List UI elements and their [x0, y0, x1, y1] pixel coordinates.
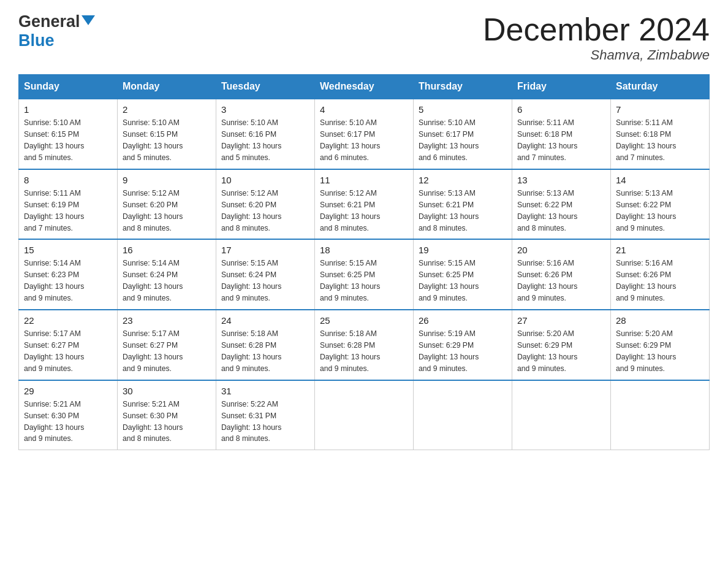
day-number: 25: [320, 315, 408, 326]
day-number: 3: [221, 104, 309, 115]
day-cell: 10 Sunrise: 5:12 AMSunset: 6:20 PMDaylig…: [216, 169, 315, 240]
day-cell: 26 Sunrise: 5:19 AMSunset: 6:29 PMDaylig…: [414, 310, 512, 380]
day-cell: [611, 380, 710, 450]
day-info: Sunrise: 5:18 AMSunset: 6:28 PMDaylight:…: [221, 329, 281, 373]
day-info: Sunrise: 5:18 AMSunset: 6:28 PMDaylight:…: [320, 329, 380, 373]
day-cell: [315, 380, 414, 450]
day-info: Sunrise: 5:17 AMSunset: 6:27 PMDaylight:…: [24, 329, 84, 373]
day-info: Sunrise: 5:21 AMSunset: 6:30 PMDaylight:…: [24, 400, 84, 443]
day-cell: 22 Sunrise: 5:17 AMSunset: 6:27 PMDaylig…: [19, 310, 118, 380]
day-info: Sunrise: 5:16 AMSunset: 6:26 PMDaylight:…: [517, 259, 577, 302]
day-number: 1: [24, 104, 112, 115]
day-number: 29: [24, 386, 112, 396]
header-cell-wednesday: Wednesday: [315, 75, 414, 99]
header-cell-friday: Friday: [512, 75, 611, 99]
calendar-table: SundayMondayTuesdayWednesdayThursdayFrid…: [18, 74, 710, 450]
day-number: 31: [221, 386, 309, 396]
day-info: Sunrise: 5:15 AMSunset: 6:25 PMDaylight:…: [419, 259, 479, 302]
day-cell: 2 Sunrise: 5:10 AMSunset: 6:15 PMDayligh…: [118, 99, 216, 169]
day-info: Sunrise: 5:10 AMSunset: 6:17 PMDaylight:…: [320, 118, 380, 162]
day-number: 17: [221, 245, 309, 255]
day-info: Sunrise: 5:21 AMSunset: 6:30 PMDaylight:…: [123, 400, 183, 443]
day-cell: 21 Sunrise: 5:16 AMSunset: 6:26 PMDaylig…: [611, 239, 710, 310]
day-info: Sunrise: 5:10 AMSunset: 6:15 PMDaylight:…: [24, 118, 84, 162]
day-cell: 12 Sunrise: 5:13 AMSunset: 6:21 PMDaylig…: [414, 169, 512, 240]
day-cell: 24 Sunrise: 5:18 AMSunset: 6:28 PMDaylig…: [216, 310, 315, 380]
day-info: Sunrise: 5:14 AMSunset: 6:23 PMDaylight:…: [24, 259, 84, 302]
week-row-4: 22 Sunrise: 5:17 AMSunset: 6:27 PMDaylig…: [19, 310, 710, 380]
day-number: 24: [221, 315, 309, 326]
day-cell: 27 Sunrise: 5:20 AMSunset: 6:29 PMDaylig…: [512, 310, 611, 380]
header-cell-sunday: Sunday: [19, 75, 118, 99]
day-cell: 20 Sunrise: 5:16 AMSunset: 6:26 PMDaylig…: [512, 239, 611, 310]
day-number: 21: [616, 245, 704, 255]
location-title: Shamva, Zimbabwe: [483, 47, 710, 63]
day-info: Sunrise: 5:13 AMSunset: 6:22 PMDaylight:…: [616, 189, 676, 232]
day-info: Sunrise: 5:15 AMSunset: 6:24 PMDaylight:…: [221, 259, 281, 302]
day-info: Sunrise: 5:12 AMSunset: 6:21 PMDaylight:…: [320, 189, 380, 232]
day-number: 18: [320, 245, 408, 255]
day-cell: 23 Sunrise: 5:17 AMSunset: 6:27 PMDaylig…: [118, 310, 216, 380]
header-row: SundayMondayTuesdayWednesdayThursdayFrid…: [19, 75, 710, 99]
day-cell: 25 Sunrise: 5:18 AMSunset: 6:28 PMDaylig…: [315, 310, 414, 380]
day-number: 10: [221, 175, 309, 185]
day-cell: 19 Sunrise: 5:15 AMSunset: 6:25 PMDaylig…: [414, 239, 512, 310]
day-number: 28: [616, 315, 704, 326]
day-info: Sunrise: 5:12 AMSunset: 6:20 PMDaylight:…: [123, 189, 183, 232]
day-number: 15: [24, 245, 112, 255]
day-cell: 31 Sunrise: 5:22 AMSunset: 6:31 PMDaylig…: [216, 380, 315, 450]
week-row-1: 1 Sunrise: 5:10 AMSunset: 6:15 PMDayligh…: [19, 99, 710, 169]
day-number: 5: [419, 104, 507, 115]
day-number: 11: [320, 175, 408, 185]
header-cell-saturday: Saturday: [611, 75, 710, 99]
day-cell: 3 Sunrise: 5:10 AMSunset: 6:16 PMDayligh…: [216, 99, 315, 169]
week-row-2: 8 Sunrise: 5:11 AMSunset: 6:19 PMDayligh…: [19, 169, 710, 240]
week-row-3: 15 Sunrise: 5:14 AMSunset: 6:23 PMDaylig…: [19, 239, 710, 310]
day-info: Sunrise: 5:19 AMSunset: 6:29 PMDaylight:…: [419, 329, 479, 373]
week-row-5: 29 Sunrise: 5:21 AMSunset: 6:30 PMDaylig…: [19, 380, 710, 450]
day-info: Sunrise: 5:22 AMSunset: 6:31 PMDaylight:…: [221, 400, 281, 443]
day-cell: 18 Sunrise: 5:15 AMSunset: 6:25 PMDaylig…: [315, 239, 414, 310]
header-cell-thursday: Thursday: [414, 75, 512, 99]
logo-triangle-icon: [82, 15, 95, 28]
day-number: 14: [616, 175, 704, 185]
day-cell: 15 Sunrise: 5:14 AMSunset: 6:23 PMDaylig…: [19, 239, 118, 310]
day-number: 30: [123, 386, 211, 396]
day-info: Sunrise: 5:10 AMSunset: 6:15 PMDaylight:…: [123, 118, 183, 162]
logo-blue-text: Blue: [18, 31, 55, 50]
day-cell: 14 Sunrise: 5:13 AMSunset: 6:22 PMDaylig…: [611, 169, 710, 240]
day-info: Sunrise: 5:13 AMSunset: 6:22 PMDaylight:…: [517, 189, 577, 232]
day-cell: 5 Sunrise: 5:10 AMSunset: 6:17 PMDayligh…: [414, 99, 512, 169]
day-cell: 8 Sunrise: 5:11 AMSunset: 6:19 PMDayligh…: [19, 169, 118, 240]
calendar-header: SundayMondayTuesdayWednesdayThursdayFrid…: [19, 75, 710, 99]
day-info: Sunrise: 5:11 AMSunset: 6:19 PMDaylight:…: [24, 189, 84, 232]
day-cell: 4 Sunrise: 5:10 AMSunset: 6:17 PMDayligh…: [315, 99, 414, 169]
day-number: 19: [419, 245, 507, 255]
calendar-body: 1 Sunrise: 5:10 AMSunset: 6:15 PMDayligh…: [19, 99, 710, 450]
header-cell-monday: Monday: [118, 75, 216, 99]
day-cell: [414, 380, 512, 450]
day-number: 8: [24, 175, 112, 185]
title-area: December 2024 Shamva, Zimbabwe: [483, 12, 710, 63]
day-cell: [512, 380, 611, 450]
day-number: 20: [517, 245, 605, 255]
day-info: Sunrise: 5:20 AMSunset: 6:29 PMDaylight:…: [616, 329, 676, 373]
day-info: Sunrise: 5:10 AMSunset: 6:16 PMDaylight:…: [221, 118, 281, 162]
day-cell: 30 Sunrise: 5:21 AMSunset: 6:30 PMDaylig…: [118, 380, 216, 450]
day-info: Sunrise: 5:12 AMSunset: 6:20 PMDaylight:…: [221, 189, 281, 232]
day-cell: 9 Sunrise: 5:12 AMSunset: 6:20 PMDayligh…: [118, 169, 216, 240]
day-number: 7: [616, 104, 704, 115]
day-cell: 6 Sunrise: 5:11 AMSunset: 6:18 PMDayligh…: [512, 99, 611, 169]
header-cell-tuesday: Tuesday: [216, 75, 315, 99]
day-info: Sunrise: 5:17 AMSunset: 6:27 PMDaylight:…: [123, 329, 183, 373]
day-cell: 13 Sunrise: 5:13 AMSunset: 6:22 PMDaylig…: [512, 169, 611, 240]
page-header: General Blue December 2024 Shamva, Zimba…: [18, 12, 710, 63]
day-number: 26: [419, 315, 507, 326]
day-cell: 17 Sunrise: 5:15 AMSunset: 6:24 PMDaylig…: [216, 239, 315, 310]
day-number: 13: [517, 175, 605, 185]
day-number: 22: [24, 315, 112, 326]
day-number: 16: [123, 245, 211, 255]
day-number: 4: [320, 104, 408, 115]
day-number: 12: [419, 175, 507, 185]
day-number: 6: [517, 104, 605, 115]
